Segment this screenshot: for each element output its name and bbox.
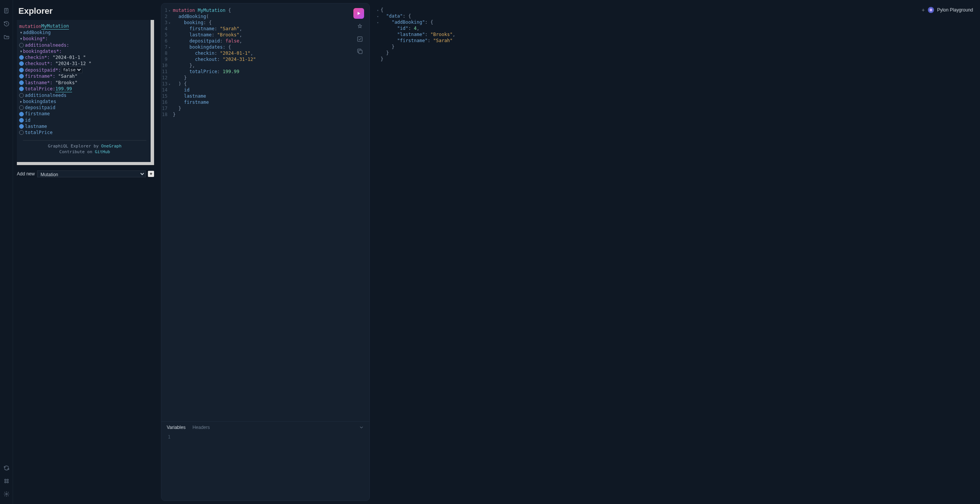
query-editor-panel: 1▾23▾4567▾8910111213▾1415161718 mutation… <box>161 3 370 501</box>
merge-icon[interactable] <box>356 36 363 43</box>
checkbox-filled-icon[interactable] <box>19 61 24 66</box>
divider <box>23 140 146 141</box>
arg-depositpaid[interactable]: depositpaid*: <box>25 67 61 73</box>
arg-totalPrice[interactable]: totalPrice: <box>25 86 55 92</box>
explorer-panel: Explorer mutation MyMutation ▾addBooking… <box>13 0 158 504</box>
explorer-footer: GraphiQL Explorer by OneGraph Contribute… <box>19 144 150 158</box>
checkbox-filled-icon[interactable] <box>19 118 24 123</box>
refetch-icon[interactable] <box>3 465 10 471</box>
field-totalPrice[interactable]: totalPrice <box>25 129 53 136</box>
checkbox-empty-icon[interactable] <box>19 43 24 47</box>
operation-type: mutation <box>19 23 41 29</box>
variables-editor[interactable]: 1 <box>161 432 369 501</box>
horizontal-scrollbar[interactable] <box>17 162 154 165</box>
arg-booking[interactable]: booking*: <box>23 36 48 42</box>
explorer-icon[interactable] <box>3 34 10 40</box>
depositpaid-select[interactable]: false <box>61 67 82 73</box>
checkout-input[interactable]: 2024-31-12 <box>58 61 86 67</box>
checkbox-filled-icon[interactable] <box>19 112 24 116</box>
checkbox-empty-icon[interactable] <box>19 93 24 98</box>
explorer-title: Explorer <box>13 0 158 20</box>
svg-rect-2 <box>7 479 8 480</box>
expand-arrow-icon[interactable]: ▾ <box>19 48 23 54</box>
arg-lastname[interactable]: lastname*: <box>25 80 53 86</box>
copy-icon[interactable] <box>356 48 363 55</box>
checkbox-empty-icon[interactable] <box>19 130 24 135</box>
line-gutter: 1▾23▾4567▾8910111213▾1415161718 <box>161 7 173 417</box>
field-firstname[interactable]: firstname <box>25 111 50 117</box>
explorer-tree: mutation MyMutation ▾addBooking ▾booking… <box>17 20 154 162</box>
svg-rect-6 <box>358 37 362 41</box>
scrollbar[interactable] <box>151 20 154 162</box>
run-button[interactable] <box>353 8 364 19</box>
add-new-label: Add new <box>17 171 35 177</box>
expand-arrow-icon[interactable]: ▾ <box>19 29 23 36</box>
response-body[interactable]: ▾{▾ "data": {▾ "addBooking": { "id": 4, … <box>377 7 973 62</box>
chevron-down-icon[interactable] <box>359 425 364 430</box>
field-depositpaid[interactable]: depositpaid <box>25 105 55 111</box>
new-tab-icon[interactable]: + <box>922 7 925 13</box>
field-addBooking[interactable]: addBooking <box>23 29 51 36</box>
lastname-input[interactable]: Brooks <box>58 80 75 86</box>
onegraph-link[interactable]: OneGraph <box>101 144 121 149</box>
add-new-select[interactable]: Mutation <box>37 170 146 177</box>
totalPrice-input[interactable]: 199.99 <box>55 86 72 92</box>
expand-arrow-icon[interactable]: ▾ <box>19 36 23 42</box>
svg-rect-3 <box>5 481 6 483</box>
svg-rect-4 <box>7 481 8 483</box>
svg-point-5 <box>6 493 7 495</box>
tab-variables[interactable]: Variables <box>167 425 185 430</box>
field-id[interactable]: id <box>25 117 30 123</box>
svg-rect-7 <box>359 50 362 54</box>
tab-headers[interactable]: Headers <box>192 425 210 430</box>
github-link[interactable]: GitHub <box>95 149 110 154</box>
prettify-icon[interactable] <box>356 23 363 30</box>
response-panel: + Pylon Playground ▾{▾ "data": {▾ "addBo… <box>373 3 977 501</box>
settings-icon[interactable] <box>3 491 10 497</box>
code-area[interactable]: mutation MyMutation { addBooking( bookin… <box>173 7 369 417</box>
svg-rect-1 <box>5 479 6 480</box>
field-additionalneeds[interactable]: additionalneeds <box>25 92 66 98</box>
arg-checkin[interactable]: checkin*: <box>25 54 50 61</box>
checkbox-filled-icon[interactable] <box>19 55 24 60</box>
add-new-button[interactable]: + <box>148 171 154 177</box>
field-lastname[interactable]: lastname <box>25 123 47 129</box>
checkbox-filled-icon[interactable] <box>19 74 24 79</box>
checkbox-filled-icon[interactable] <box>19 124 24 129</box>
query-editor[interactable]: 1▾23▾4567▾8910111213▾1415161718 mutation… <box>161 3 369 421</box>
left-sidebar <box>0 0 13 504</box>
checkin-input[interactable]: 2024-01-1 <box>55 54 80 61</box>
checkbox-filled-icon[interactable] <box>19 80 24 85</box>
editor-bottom-tabs: Variables Headers <box>161 421 369 432</box>
brand-label: Pylon Playground <box>937 7 973 13</box>
docs-icon[interactable] <box>3 8 10 14</box>
firstname-input[interactable]: Sarah <box>61 73 75 79</box>
arg-checkout[interactable]: checkout*: <box>25 61 53 67</box>
shortcuts-icon[interactable] <box>3 478 10 484</box>
checkbox-empty-icon[interactable] <box>19 105 24 110</box>
checkbox-filled-icon[interactable] <box>19 68 24 72</box>
pylon-logo-icon <box>928 7 934 13</box>
arg-bookingdates[interactable]: bookingdates*: <box>23 48 62 54</box>
checkbox-filled-icon[interactable] <box>19 87 24 91</box>
arg-firstname[interactable]: firstname*: <box>25 73 55 79</box>
add-new-row: Add new Mutation + <box>13 165 158 177</box>
expand-arrow-icon[interactable]: ▸ <box>19 98 23 105</box>
main-area: 1▾23▾4567▾8910111213▾1415161718 mutation… <box>158 0 980 504</box>
operation-name-input[interactable]: MyMutation <box>41 23 69 29</box>
field-bookingdates[interactable]: bookingdates <box>23 98 56 105</box>
history-icon[interactable] <box>3 21 10 27</box>
arg-additionalneeds[interactable]: additionalneeds: <box>25 42 69 48</box>
